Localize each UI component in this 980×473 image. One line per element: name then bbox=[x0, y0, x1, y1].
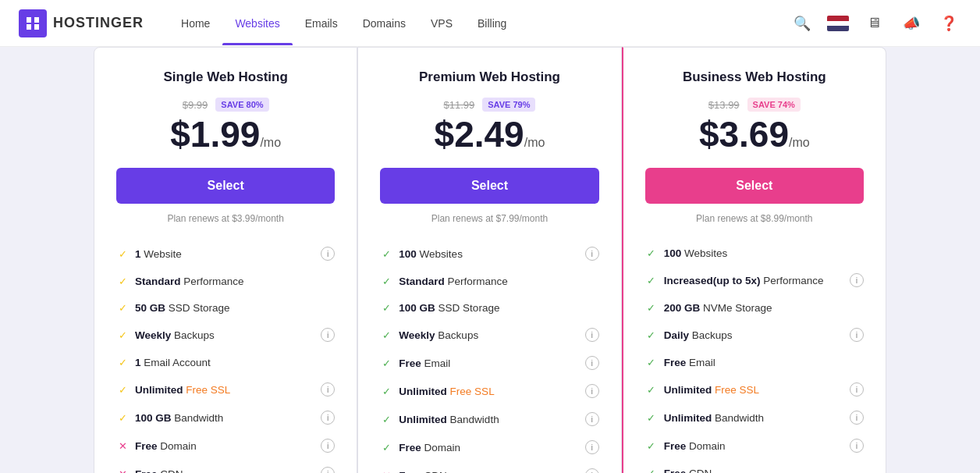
account-icon[interactable]: 🖥 bbox=[861, 11, 886, 36]
feature-text-premium-6: Unlimited Bandwidth bbox=[399, 414, 578, 425]
feature-text-business-6: Unlimited Bandwidth bbox=[664, 412, 843, 424]
info-icon-premium-3[interactable]: i bbox=[585, 328, 599, 342]
check-icon-business-5: ✓ bbox=[645, 383, 658, 396]
feature-text-single-2: 50 GB SSD Storage bbox=[135, 302, 335, 314]
price-row-single: $9.99 SAVE 80% bbox=[116, 98, 335, 112]
feature-item-business-6: ✓ Unlimited Bandwidth i bbox=[645, 404, 864, 432]
feature-text-premium-8: Free CDN bbox=[399, 470, 578, 474]
feature-item-business-4: ✓ Free Email bbox=[645, 349, 864, 375]
check-icon-single-7: ✕ bbox=[116, 439, 129, 452]
help-icon[interactable]: ❓ bbox=[936, 11, 961, 36]
renews-text-single: Plan renews at $3.99/month bbox=[116, 213, 335, 224]
info-icon-premium-5[interactable]: i bbox=[585, 384, 599, 398]
save-badge-premium: SAVE 79% bbox=[482, 98, 535, 112]
check-icon-single-3: ✓ bbox=[116, 329, 129, 341]
check-icon-premium-0: ✓ bbox=[380, 247, 392, 260]
renews-text-business: Plan renews at $8.99/month bbox=[645, 213, 864, 224]
info-icon-business-6[interactable]: i bbox=[850, 411, 864, 425]
feature-item-premium-1: ✓ Standard Performance bbox=[380, 268, 598, 294]
plan-title-premium: Premium Web Hosting bbox=[380, 69, 598, 85]
check-icon-single-2: ✓ bbox=[116, 301, 129, 314]
feature-item-business-7: ✓ Free Domain i bbox=[645, 432, 864, 460]
logo[interactable]: HOSTINGER bbox=[19, 9, 144, 37]
search-icon[interactable]: 🔍 bbox=[790, 11, 815, 36]
nav-websites[interactable]: Websites bbox=[222, 2, 292, 45]
original-price-single: $9.99 bbox=[183, 99, 208, 111]
nav-vps[interactable]: VPS bbox=[418, 2, 465, 45]
plan-card-business: Business Web Hosting $13.99 SAVE 74% $3.… bbox=[622, 47, 886, 473]
info-icon-business-1[interactable]: i bbox=[850, 273, 864, 287]
feature-item-business-5: ✓ Unlimited Free SSL i bbox=[645, 375, 864, 404]
info-icon-premium-6[interactable]: i bbox=[585, 412, 599, 426]
check-icon-business-0: ✓ bbox=[645, 247, 658, 259]
plan-title-single: Single Web Hosting bbox=[116, 69, 335, 85]
info-icon-single-8[interactable]: i bbox=[321, 467, 335, 473]
feature-item-single-7: ✕ Free Domain i bbox=[116, 432, 335, 460]
feature-item-business-1: ✓ Increased(up to 5x) Performance i bbox=[645, 266, 864, 294]
feature-text-single-0: 1 Website bbox=[135, 248, 314, 260]
check-icon-single-1: ✓ bbox=[116, 275, 129, 287]
nav-billing[interactable]: Billing bbox=[465, 2, 519, 45]
plan-title-business: Business Web Hosting bbox=[645, 69, 864, 85]
feature-text-single-3: Weekly Backups bbox=[135, 329, 314, 341]
original-price-business: $13.99 bbox=[708, 99, 740, 111]
info-icon-single-6[interactable]: i bbox=[321, 411, 335, 425]
nav-home[interactable]: Home bbox=[169, 2, 222, 45]
nav-emails[interactable]: Emails bbox=[293, 2, 350, 45]
current-price-business: $3.69/mo bbox=[645, 116, 864, 152]
info-icon-single-3[interactable]: i bbox=[321, 328, 335, 342]
info-icon-single-7[interactable]: i bbox=[321, 439, 335, 453]
feature-item-single-5: ✓ Unlimited Free SSL i bbox=[116, 375, 335, 404]
plan-card-single: Single Web Hosting $9.99 SAVE 80% $1.99/… bbox=[94, 47, 357, 473]
check-icon-business-8: ✓ bbox=[645, 467, 658, 473]
feature-text-business-1: Increased(up to 5x) Performance bbox=[664, 275, 843, 286]
feature-text-single-4: 1 Email Account bbox=[135, 357, 335, 368]
check-icon-business-6: ✓ bbox=[645, 411, 658, 424]
nav-links: Home Websites Emails Domains VPS Billing bbox=[169, 2, 790, 45]
feature-text-single-8: Free CDN bbox=[135, 468, 314, 474]
info-icon-single-0[interactable]: i bbox=[321, 247, 335, 261]
feature-item-single-2: ✓ 50 GB SSD Storage bbox=[116, 294, 335, 321]
info-icon-business-3[interactable]: i bbox=[850, 328, 864, 342]
select-button-business[interactable]: Select bbox=[645, 168, 864, 204]
info-icon-business-5[interactable]: i bbox=[850, 382, 864, 397]
save-badge-single: SAVE 80% bbox=[215, 98, 268, 112]
check-icon-single-4: ✓ bbox=[116, 356, 129, 368]
check-icon-business-2: ✓ bbox=[645, 301, 658, 314]
feature-text-premium-4: Free Email bbox=[399, 357, 578, 369]
feature-item-single-1: ✓ Standard Performance bbox=[116, 268, 335, 294]
info-icon-premium-8[interactable]: i bbox=[585, 468, 599, 473]
check-icon-premium-8: ✕ bbox=[380, 469, 392, 473]
flag-icon[interactable] bbox=[827, 16, 849, 31]
feature-item-premium-7: ✓ Free Domain i bbox=[380, 433, 598, 461]
check-icon-business-3: ✓ bbox=[645, 329, 658, 341]
check-icon-business-7: ✓ bbox=[645, 439, 658, 452]
nav-domains[interactable]: Domains bbox=[350, 2, 418, 45]
feature-text-business-8: Free CDN bbox=[664, 468, 864, 474]
info-icon-single-5[interactable]: i bbox=[321, 382, 335, 397]
check-icon-premium-4: ✓ bbox=[380, 357, 392, 369]
info-icon-premium-7[interactable]: i bbox=[585, 440, 599, 454]
info-icon-premium-4[interactable]: i bbox=[585, 356, 599, 370]
price-row-premium: $11.99 SAVE 79% bbox=[380, 98, 598, 112]
feature-item-premium-5: ✓ Unlimited Free SSL i bbox=[380, 377, 598, 405]
feature-item-premium-2: ✓ 100 GB SSD Storage bbox=[380, 294, 598, 321]
feature-text-premium-3: Weekly Backups bbox=[399, 329, 578, 341]
feature-item-single-4: ✓ 1 Email Account bbox=[116, 349, 335, 375]
info-icon-business-7[interactable]: i bbox=[850, 439, 864, 453]
current-price-single: $1.99/mo bbox=[116, 116, 335, 152]
current-price-premium: $2.49/mo bbox=[380, 116, 598, 152]
select-button-premium[interactable]: Select bbox=[380, 168, 598, 204]
feature-item-premium-8: ✕ Free CDN i bbox=[380, 461, 598, 473]
notifications-icon[interactable]: 📣 bbox=[899, 11, 924, 36]
feature-text-business-0: 100 Websites bbox=[664, 247, 864, 259]
feature-text-single-6: 100 GB Bandwidth bbox=[135, 412, 314, 424]
select-button-single[interactable]: Select bbox=[116, 168, 335, 204]
check-icon-premium-1: ✓ bbox=[380, 275, 392, 287]
feature-text-premium-0: 100 Websites bbox=[399, 248, 578, 260]
feature-item-single-3: ✓ Weekly Backups i bbox=[116, 321, 335, 349]
feature-text-single-1: Standard Performance bbox=[135, 276, 335, 287]
info-icon-premium-0[interactable]: i bbox=[585, 247, 599, 261]
logo-icon bbox=[19, 9, 47, 37]
feature-item-premium-0: ✓ 100 Websites i bbox=[380, 240, 598, 268]
